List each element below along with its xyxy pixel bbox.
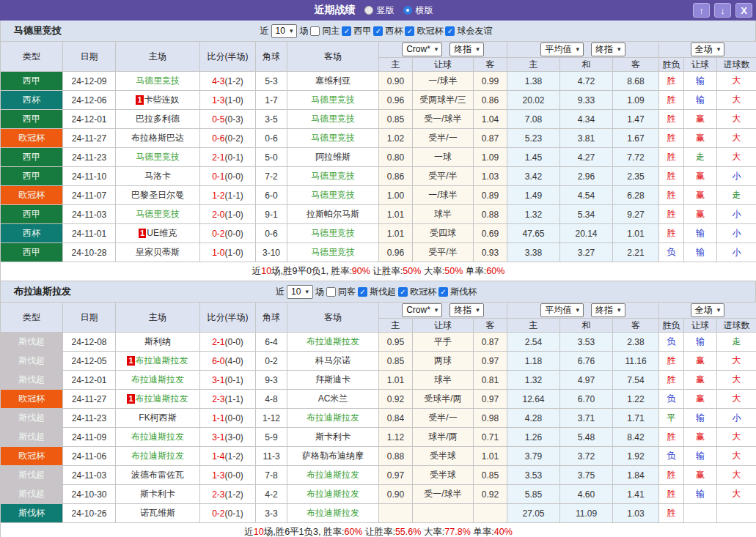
full-time-score: 0-2: [212, 508, 224, 519]
result-goals: 大: [717, 148, 756, 167]
match-date: 24-12-06: [63, 91, 116, 110]
bookmaker-select[interactable]: Crow*▾: [402, 303, 442, 317]
sub-column-header: 让球: [413, 58, 474, 72]
full-time-score: 1-0: [212, 248, 224, 258]
league-checkbox[interactable]: ✓: [398, 287, 408, 297]
away-team-name: AC米兰: [318, 393, 348, 404]
summary-part: 50%: [444, 266, 463, 276]
average-select[interactable]: 平均值▾: [540, 303, 584, 317]
sub-column-header: 主: [379, 58, 413, 72]
final-odds-select[interactable]: 终指▾: [591, 303, 625, 317]
summary-part: 10: [254, 527, 264, 537]
corners-cell: 3-5: [256, 110, 287, 129]
score-cell: 1-2(1-1): [200, 186, 256, 205]
league-badge: 欧冠杯: [1, 390, 63, 409]
league-checkbox[interactable]: ✓: [358, 287, 367, 297]
match-row: 西杯24-11-011UE维克0-2(0-0)0-6马德里竞技1.01受四球0.…: [1, 224, 756, 243]
same-venue-checkbox[interactable]: [326, 287, 336, 297]
result-handicap: 走: [684, 148, 717, 167]
home-team-name: FK柯西斯: [139, 412, 176, 423]
half-time-score: (1-2): [225, 451, 243, 462]
result-goals: 大: [717, 110, 756, 129]
league-badge: 西杯: [1, 224, 63, 243]
full-time-score: 4-3: [212, 76, 224, 86]
summary-row: 近10场,胜9平0负1, 胜率:90% 让胜率:50% 大率:50% 单率:60…: [1, 262, 756, 281]
half-time-score: (0-0): [225, 337, 243, 347]
league-checkbox[interactable]: ✓: [445, 26, 455, 36]
away-team: 马德里竞技: [287, 243, 379, 262]
home-team: 斯卡利卡: [116, 485, 200, 504]
result-goals: [717, 504, 756, 523]
result-outcome: 负: [659, 390, 684, 409]
final-odds-select[interactable]: 终指▾: [449, 303, 484, 317]
full-time-score: 0-1: [212, 171, 224, 182]
odds-home: 0.80: [379, 148, 413, 167]
home-team-name: UE维克: [147, 228, 177, 238]
league-checkbox[interactable]: ✓: [405, 26, 414, 36]
header-dropdown-group: 平均值▾终指▾: [507, 303, 659, 319]
sub-column-header: 主: [507, 58, 560, 72]
score-cell: 3-1(3-0): [200, 428, 256, 447]
column-header: 比分(半场): [200, 303, 256, 333]
match-count-select[interactable]: 10▾: [271, 24, 298, 38]
move-up-button[interactable]: ↑: [693, 3, 710, 18]
home-team-name: 布拉迪斯拉发: [131, 374, 184, 385]
avg-draw: 3.75: [560, 466, 613, 485]
score-cell: 1-3(1-0): [200, 91, 256, 110]
radio-icon[interactable]: [364, 6, 373, 15]
panel-title: 近期战绩: [315, 4, 356, 17]
result-outcome: 平: [659, 409, 684, 428]
avg-away: 1.41: [613, 485, 659, 504]
avg-home: 1.18: [507, 352, 560, 371]
scope-select[interactable]: 全场▾: [691, 42, 725, 56]
odds-home: 0.84: [379, 409, 413, 428]
scope-select[interactable]: 全场▾: [691, 303, 725, 317]
result-goals: 小: [717, 243, 756, 262]
bookmaker-select[interactable]: Crow*▾: [402, 42, 442, 56]
near-label: 近: [276, 286, 285, 298]
odds-home: 0.96: [379, 91, 413, 110]
away-team-name: 马德里竞技: [311, 247, 355, 257]
full-time-score: 2-1: [212, 152, 224, 163]
odds-home: 0.97: [379, 466, 413, 485]
league-checkbox[interactable]: ✓: [342, 26, 351, 36]
chevron-down-icon: ▾: [435, 305, 438, 316]
result-goals: 小: [717, 205, 756, 224]
league-checkbox[interactable]: ✓: [373, 26, 383, 36]
away-team: 马德里竞技: [287, 167, 379, 186]
league-label: 斯伐超: [370, 286, 396, 298]
average-select[interactable]: 平均值▾: [540, 42, 584, 56]
away-team: 拉斯帕尔马斯: [287, 205, 379, 224]
home-team-name: 诺瓦维斯: [140, 508, 175, 518]
dropdown-wrap: 平均值▾终指▾: [509, 303, 657, 317]
league-checkbox[interactable]: ✓: [438, 287, 448, 297]
corners-cell: 9-1: [256, 205, 287, 224]
final-odds-select[interactable]: 终指▾: [591, 42, 625, 56]
sub-column-header: 和: [560, 58, 613, 72]
score-cell: 2-1(0-1): [200, 148, 256, 167]
score-cell: 1-4(1-2): [200, 447, 256, 466]
team-name: 布拉迪斯拉发: [1, 285, 158, 298]
avg-draw: 4.72: [560, 72, 613, 91]
same-venue-label: 同主: [322, 25, 340, 37]
match-count-select[interactable]: 10▾: [287, 285, 313, 299]
layout-radio-vertical[interactable]: 竖版: [364, 4, 394, 17]
avg-home: 1.26: [507, 428, 560, 447]
odds-away: [474, 504, 507, 523]
away-team-name: 布拉迪斯拉发: [307, 489, 359, 499]
final-odds-select[interactable]: 终指▾: [449, 42, 484, 56]
close-button[interactable]: X: [735, 3, 752, 18]
avg-draw: 3.53: [560, 333, 613, 352]
move-down-button[interactable]: ↓: [714, 3, 731, 18]
result-outcome: 胜: [659, 352, 684, 371]
result-handicap: 赢: [684, 167, 717, 186]
avg-draw: 4.34: [560, 110, 613, 129]
result-outcome: 胜: [659, 129, 684, 148]
layout-radio-horizontal[interactable]: 横版: [403, 4, 433, 17]
radio-checked-icon[interactable]: [403, 6, 412, 15]
dropdown-wrap: Crow*▾终指▾: [381, 303, 505, 317]
result-handicap: 输: [684, 91, 717, 110]
same-venue-checkbox[interactable]: [310, 26, 320, 36]
summary-row: 近10场,胜6平1负3, 胜率:60% 让胜率:55.6% 大率:77.8% 单…: [1, 523, 756, 537]
away-team-name: 马德里竞技: [311, 228, 355, 238]
